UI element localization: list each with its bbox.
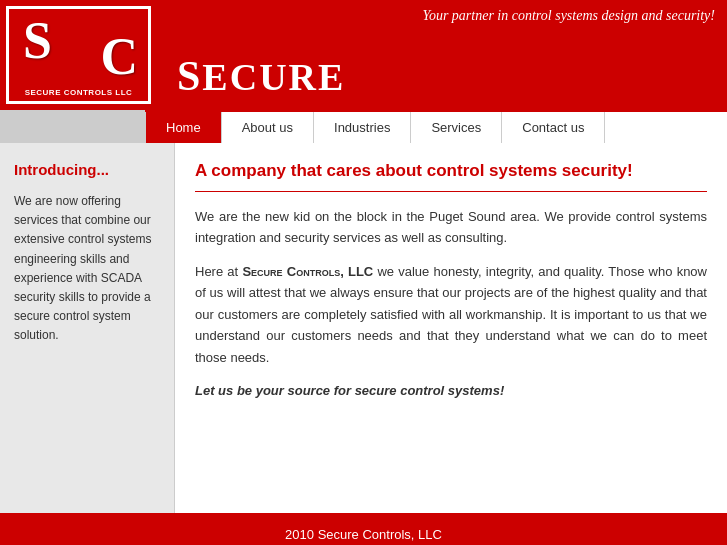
header-right: Your partner in control systems design a…	[157, 0, 727, 110]
logo-company-name: SECURE CONTROLS LLC	[9, 88, 148, 97]
company-name-inline: Secure Controls, LLC	[242, 264, 373, 279]
closing-statement: Let us be your source for secure control…	[195, 383, 504, 398]
main-nav: Home About us Industries Services Contac…	[145, 110, 727, 143]
content-paragraph-3: Let us be your source for secure control…	[195, 380, 707, 401]
paragraph2-prefix: Here at	[195, 264, 242, 279]
tagline-bar: Your partner in control systems design a…	[157, 0, 727, 52]
sidebar-title: Introducing...	[14, 161, 160, 178]
nav-contact[interactable]: Contact us	[502, 112, 605, 143]
main-wrapper: Introducing... We are now offering servi…	[0, 143, 727, 513]
site-title: SECURE	[177, 52, 345, 100]
content-paragraph-1: We are the new kid on the block in the P…	[195, 206, 707, 249]
logo-c-letter: C	[100, 31, 138, 83]
sidebar: Introducing... We are now offering servi…	[0, 143, 175, 513]
nav-industries[interactable]: Industries	[314, 112, 411, 143]
site-title-rest: ECURE	[202, 56, 345, 98]
header: S C SECURE CONTROLS LLC Your partner in …	[0, 0, 727, 110]
nav-services[interactable]: Services	[411, 112, 502, 143]
nav-about[interactable]: About us	[222, 112, 314, 143]
site-title-bar: SECURE	[157, 52, 727, 110]
sidebar-text: We are now offering services that combin…	[14, 192, 160, 346]
logo-s-letter: S	[23, 15, 52, 67]
logo-box: S C SECURE CONTROLS LLC	[6, 6, 151, 104]
site-title-first-letter: S	[177, 53, 202, 99]
tagline-text: Your partner in control systems design a…	[422, 8, 715, 23]
content-heading: A company that cares about control syste…	[195, 161, 707, 192]
footer: 2010 Secure Controls, LLC	[0, 513, 727, 545]
footer-text: 2010 Secure Controls, LLC	[285, 527, 442, 542]
content-paragraph-2: Here at Secure Controls, LLC we value ho…	[195, 261, 707, 368]
main-content: A company that cares about control syste…	[175, 143, 727, 513]
nav-home[interactable]: Home	[145, 112, 222, 143]
